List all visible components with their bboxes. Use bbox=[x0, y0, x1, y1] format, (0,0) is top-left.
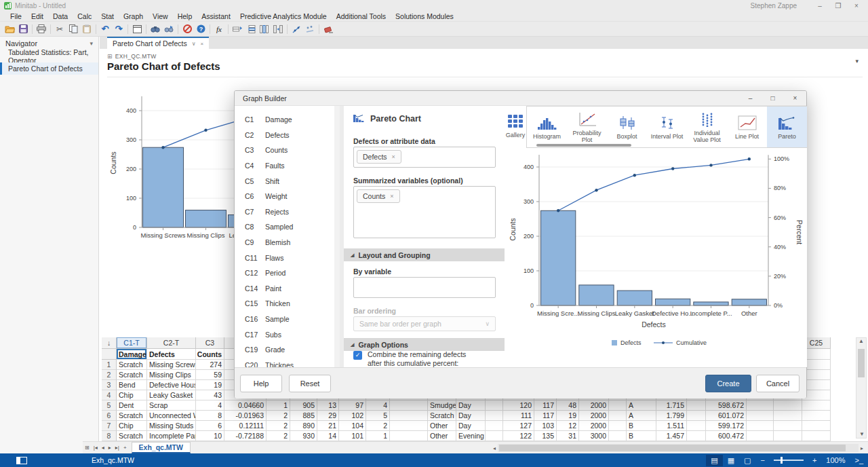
worksheet-view-icon[interactable]: ▤ bbox=[706, 455, 722, 466]
data-cell[interactable] bbox=[390, 400, 428, 411]
menu-graph[interactable]: Graph bbox=[119, 12, 148, 20]
data-cell[interactable] bbox=[486, 421, 503, 431]
sheet-tab-exh-qc[interactable]: Exh_qc.MTW bbox=[132, 442, 191, 453]
redo-icon[interactable]: ↷ bbox=[112, 23, 125, 35]
reset-button[interactable]: Reset bbox=[289, 375, 331, 392]
data-cell[interactable]: 1.511 bbox=[656, 421, 687, 431]
menu-view[interactable]: View bbox=[148, 12, 173, 20]
data-cell[interactable]: 2 bbox=[267, 431, 290, 441]
data-cell[interactable] bbox=[774, 421, 802, 431]
data-cell[interactable] bbox=[390, 411, 428, 421]
zoom-in-icon[interactable]: + bbox=[808, 455, 821, 466]
column-item-c14[interactable]: C14Paint bbox=[235, 281, 334, 297]
column-item-c9[interactable]: C9Blemish bbox=[235, 235, 334, 250]
data-cell[interactable]: 890 bbox=[290, 421, 317, 431]
data-cell[interactable]: 0.04660 bbox=[224, 400, 267, 411]
data-cell[interactable]: 122 bbox=[503, 431, 534, 441]
data-cell[interactable]: 31 bbox=[557, 431, 579, 441]
remove-chip-icon[interactable]: × bbox=[392, 153, 395, 160]
data-cell[interactable]: 1.715 bbox=[656, 400, 687, 411]
data-cell[interactable]: 59 bbox=[196, 370, 224, 380]
tab-pareto-chart-of-defects[interactable]: Pareto Chart of Defects ∨ × bbox=[107, 37, 209, 49]
data-cell[interactable]: 29 bbox=[317, 411, 339, 421]
dialog-title-bar[interactable]: Graph Builder – □ × bbox=[235, 91, 806, 106]
counts-chip[interactable]: Counts× bbox=[357, 189, 400, 203]
data-cell[interactable] bbox=[390, 431, 428, 441]
restore-button[interactable]: ❐ bbox=[831, 2, 846, 10]
data-cell[interactable]: B bbox=[627, 421, 656, 431]
data-cell[interactable]: 4 bbox=[366, 400, 390, 411]
data-cell[interactable]: Scratch bbox=[428, 411, 456, 421]
data-cell[interactable] bbox=[486, 411, 503, 421]
data-cell[interactable]: 97 bbox=[339, 400, 366, 411]
column-item-c16[interactable]: C16Sample bbox=[235, 312, 334, 327]
data-cell[interactable]: Scratch bbox=[117, 411, 147, 421]
data-cell[interactable]: 103 bbox=[534, 421, 557, 431]
var-name-cell[interactable]: Defects bbox=[147, 349, 196, 360]
data-cell[interactable]: 2 bbox=[366, 421, 390, 431]
column-item-c2[interactable]: C2Defects bbox=[235, 128, 334, 143]
data-cell[interactable]: Unconnected Wir bbox=[147, 411, 196, 421]
data-cell[interactable] bbox=[609, 411, 627, 421]
menu-stat[interactable]: Stat bbox=[96, 12, 119, 20]
data-cell[interactable]: 14 bbox=[317, 431, 339, 441]
zoom-slider[interactable] bbox=[774, 460, 804, 461]
column-item-c19[interactable]: C19Grade bbox=[235, 342, 334, 358]
data-cell[interactable]: Leaky Gasket bbox=[147, 390, 196, 400]
dialog-maximize-button[interactable]: □ bbox=[762, 94, 784, 102]
column-header-C1-T[interactable]: C1-T bbox=[117, 337, 147, 349]
print-icon[interactable] bbox=[35, 23, 48, 35]
cancel-icon[interactable] bbox=[180, 23, 194, 35]
data-cell[interactable]: Missing Screws bbox=[147, 360, 196, 370]
open-icon[interactable] bbox=[3, 23, 16, 35]
by-variable-field[interactable] bbox=[353, 277, 496, 298]
data-cell[interactable]: Scrap bbox=[147, 400, 196, 411]
grid-corner-cell[interactable]: ↓ bbox=[102, 337, 117, 349]
prev-sheet-icon[interactable]: ◂ bbox=[100, 445, 106, 451]
dialog-minimize-button[interactable]: – bbox=[739, 94, 762, 102]
row-number-2[interactable]: 2 bbox=[102, 370, 117, 380]
navigator-item-pareto-chart-of-defects[interactable]: Pareto Chart of Defects bbox=[0, 62, 98, 75]
row-number-7[interactable]: 7 bbox=[102, 421, 117, 431]
data-cell[interactable]: 5 bbox=[366, 411, 390, 421]
data-cell[interactable]: Smudge bbox=[428, 400, 456, 411]
checkbox-checked-icon[interactable]: ✓ bbox=[353, 351, 362, 360]
data-cell[interactable]: Incomplete Part bbox=[147, 431, 196, 441]
formula-icon[interactable]: fx bbox=[212, 23, 226, 35]
data-cell[interactable] bbox=[486, 431, 503, 441]
annotate-graph-icon[interactable] bbox=[303, 23, 317, 35]
data-cell[interactable]: 21 bbox=[317, 421, 339, 431]
data-cell[interactable]: 102 bbox=[339, 411, 366, 421]
gallery-item-boxplot[interactable]: Boxplot bbox=[607, 107, 647, 147]
find-next-icon[interactable] bbox=[162, 23, 176, 35]
gallery-item-individual-value-plot[interactable]: Individual Value Plot bbox=[687, 107, 727, 147]
data-cell[interactable]: 601.072 bbox=[706, 411, 747, 421]
data-cell[interactable] bbox=[774, 431, 802, 441]
data-cell[interactable] bbox=[687, 421, 706, 431]
data-cell[interactable]: 930 bbox=[290, 431, 317, 441]
gallery-scrollbar-thumb[interactable] bbox=[536, 144, 631, 147]
menu-data[interactable]: Data bbox=[48, 12, 73, 20]
chevron-down-icon[interactable]: ∨ bbox=[192, 41, 196, 47]
data-cell[interactable]: 1 bbox=[267, 400, 290, 411]
sheet-list-icon[interactable]: ⊞ bbox=[83, 445, 92, 451]
data-cell[interactable]: 13 bbox=[317, 400, 339, 411]
minimize-button[interactable]: – bbox=[812, 2, 827, 10]
data-cell[interactable] bbox=[774, 400, 802, 411]
data-cell[interactable] bbox=[802, 431, 831, 441]
data-cell[interactable]: 1.799 bbox=[656, 411, 687, 421]
data-cell[interactable]: 1.457 bbox=[656, 431, 687, 441]
data-cell[interactable]: 2 bbox=[267, 411, 290, 421]
menu-assistant[interactable]: Assistant bbox=[197, 12, 235, 20]
vertical-scrollbar[interactable]: ▲▼ bbox=[856, 337, 867, 438]
data-cell[interactable] bbox=[609, 400, 627, 411]
command-line-icon[interactable]: >_ bbox=[850, 455, 868, 466]
data-cell[interactable]: 600.472 bbox=[706, 431, 747, 441]
data-cell[interactable]: Chip bbox=[117, 390, 147, 400]
chevron-down-icon[interactable]: ▾ bbox=[855, 58, 859, 64]
row-number-1[interactable]: 1 bbox=[102, 360, 117, 370]
data-cell[interactable]: Missing Studs bbox=[147, 421, 196, 431]
data-cell[interactable] bbox=[687, 431, 706, 441]
data-cell[interactable]: Day bbox=[456, 400, 486, 411]
close-button[interactable]: × bbox=[849, 2, 864, 10]
